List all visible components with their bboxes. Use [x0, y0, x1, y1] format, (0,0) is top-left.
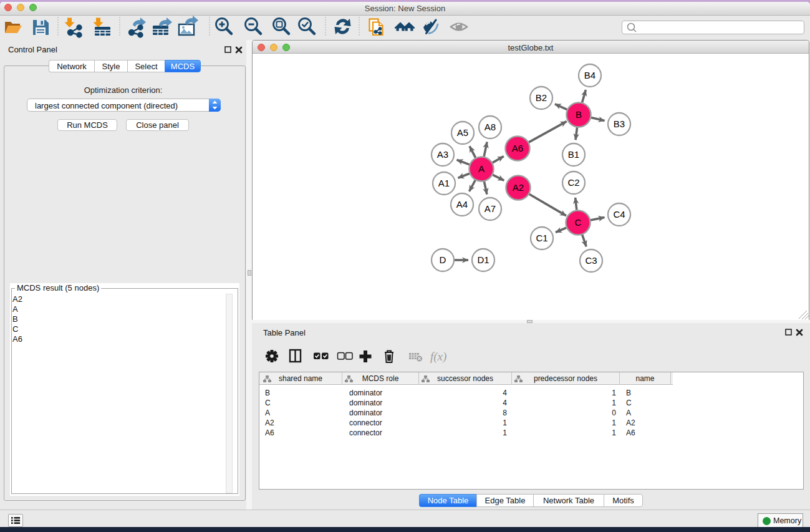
svg-text:A6: A6 [512, 143, 523, 153]
svg-text:C2: C2 [567, 177, 579, 188]
svg-text:A3: A3 [437, 149, 448, 160]
svg-text:A4: A4 [456, 199, 468, 210]
svg-text:A5: A5 [457, 127, 468, 138]
svg-text:C: C [575, 217, 582, 228]
svg-text:C3: C3 [585, 255, 597, 266]
svg-text:C1: C1 [536, 233, 547, 243]
svg-text:B2: B2 [536, 92, 547, 103]
svg-text:A2: A2 [513, 182, 524, 193]
svg-text:B: B [576, 109, 582, 120]
svg-text:D1: D1 [477, 254, 489, 265]
svg-text:A1: A1 [438, 178, 450, 188]
svg-text:f(x): f(x) [430, 350, 446, 364]
svg-text:C4: C4 [613, 209, 625, 220]
svg-text:B4: B4 [584, 70, 595, 80]
svg-text:A7: A7 [485, 203, 496, 214]
svg-text:B1: B1 [568, 149, 579, 160]
svg-text:A: A [478, 163, 485, 174]
svg-text:A8: A8 [485, 122, 496, 132]
svg-text:D: D [440, 254, 446, 265]
svg-text:B3: B3 [614, 118, 625, 129]
